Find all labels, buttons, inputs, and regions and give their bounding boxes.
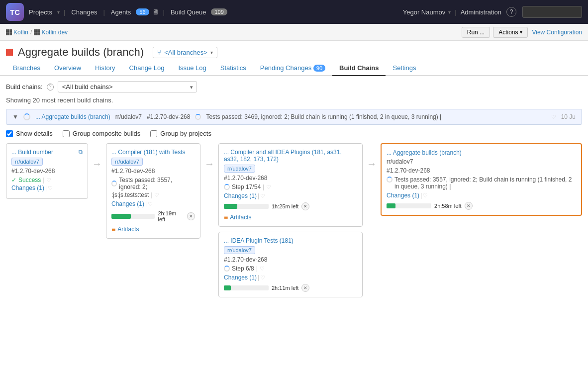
card1-changes[interactable]: Changes (1) | ♡	[11, 184, 83, 191]
card3a-title[interactable]: ... Compiler and all IDEA Plugins (181, …	[224, 149, 342, 163]
show-details-option[interactable]: Show details	[6, 130, 53, 137]
card1-heart-icon[interactable]: ♡	[46, 177, 51, 184]
card3b-heart-icon[interactable]: ♡	[260, 266, 265, 272]
card2-cancel-btn[interactable]: ✕	[187, 212, 195, 220]
card5-cancel-btn[interactable]: ✕	[465, 202, 473, 210]
tc-logo[interactable]: TC	[6, 3, 24, 21]
card5-changes-heart[interactable]: ♡	[423, 192, 428, 199]
card5-title-row: ... Aggregate builds (branch)	[387, 149, 576, 156]
card3b-progress-fill	[224, 285, 231, 290]
card3b-changes[interactable]: Changes (1) | ♡	[224, 274, 357, 281]
tab-history[interactable]: History	[88, 61, 122, 76]
card3a-changes-heart[interactable]: ♡	[260, 193, 265, 199]
card1-title[interactable]: ... Build number	[11, 149, 53, 156]
agents-nav[interactable]: Agents	[109, 6, 133, 18]
breadcrumb-kotlin[interactable]: Kotlin	[13, 29, 28, 36]
card1-changes-heart-icon[interactable]: ♡	[48, 185, 53, 191]
changes-nav[interactable]: Changes	[69, 6, 99, 18]
group-composite-checkbox[interactable]	[63, 130, 70, 137]
group-composite-option[interactable]: Group composite builds	[63, 130, 141, 137]
build-card-3b: ... IDEA Plugin Tests (181) rr/udalov7 #…	[218, 232, 363, 297]
projects-nav[interactable]: Projects	[27, 6, 54, 18]
user-chevron-icon: ▾	[448, 9, 451, 15]
card5-title[interactable]: ... Aggregate builds (branch)	[387, 149, 462, 156]
top-nav: TC Projects ▾ | Changes | Agents 56 🖥 | …	[0, 0, 588, 24]
card1-changes-label: Changes (1)	[11, 184, 44, 191]
actions-button[interactable]: Actions ▾	[493, 27, 528, 38]
card2-step-pipe-icon: |	[151, 191, 152, 198]
card2-step-heart-icon[interactable]: ♡	[154, 192, 159, 198]
tab-issuelog[interactable]: Issue Log	[171, 61, 213, 76]
card2-step: :js:js.tests:test	[111, 191, 149, 198]
group-projects-label: Group by projects	[160, 130, 211, 137]
card3a-progress-bg	[224, 204, 269, 209]
card5-changes-pipe: |	[420, 192, 422, 199]
filter-select[interactable]: <All build chains>	[58, 81, 197, 92]
build-queue-nav[interactable]: Build Queue	[169, 6, 208, 18]
view-config-link[interactable]: View Configuration	[532, 29, 582, 36]
card3a-spinner-icon	[224, 184, 230, 190]
card3b-title[interactable]: ... IDEA Plugin Tests (181)	[224, 237, 294, 244]
artifacts-stack-icon: ≡	[111, 225, 115, 233]
chain-build-num: #1.2.70-dev-268	[147, 113, 190, 120]
user-name[interactable]: Yegor Naumov	[403, 8, 446, 16]
tab-build-chains[interactable]: Build Chains	[332, 61, 386, 76]
options-row: Show details Group composite builds Grou…	[6, 130, 582, 137]
expand-arrow-icon[interactable]: ▼	[12, 113, 18, 120]
filter-row: Build chains: ? <All build chains> ▾	[6, 81, 582, 92]
card5-build-num: #1.2.70-dev-268	[387, 167, 576, 174]
card3a-changes[interactable]: Changes (1) | ♡	[224, 192, 357, 199]
card2-title[interactable]: ... Compiler (181) with Tests	[111, 149, 186, 156]
card1-branch: rr/udalov7	[11, 158, 43, 166]
card5-progress-row: 2h:58m left ✕	[387, 202, 576, 210]
tab-changelog[interactable]: Change Log	[122, 61, 172, 76]
card3b-cancel-btn[interactable]: ✕	[301, 284, 309, 292]
tab-settings[interactable]: Settings	[386, 61, 423, 76]
card5-changes[interactable]: Changes (1) | ♡	[387, 192, 576, 199]
card5-progress-text: 2h:58m left	[434, 203, 461, 209]
card3b-spinner-icon	[224, 266, 230, 272]
card3b-changes-heart[interactable]: ♡	[260, 275, 265, 281]
card3a-artifacts-row[interactable]: ≡ Artifacts	[224, 213, 357, 221]
tab-branches[interactable]: Branches	[6, 61, 47, 76]
group-projects-option[interactable]: Group by projects	[150, 130, 211, 137]
group-projects-checkbox[interactable]	[150, 130, 157, 137]
card5-progress-fill	[387, 203, 395, 208]
administration-nav[interactable]: Administration	[461, 8, 501, 16]
card2-title-row: ... Compiler (181) with Tests	[111, 149, 195, 156]
build-chain-summary-row: ▼ ... Aggregate builds (branch) rr/udalo…	[6, 109, 582, 125]
card3a-heart-icon[interactable]: ♡	[266, 184, 271, 190]
card2-artifacts-row[interactable]: ≡ Artifacts	[111, 225, 195, 233]
chain-branch: rr/udalov7	[115, 113, 142, 120]
card2-build-num: #1.2.70-dev-268	[111, 168, 195, 175]
card3b-branch: rr/udalov7	[224, 246, 255, 254]
chain-heart-icon[interactable]: ♡	[551, 114, 556, 120]
help-icon[interactable]: ?	[506, 7, 516, 17]
card3a-branch: rr/udalov7	[224, 165, 255, 173]
build-card-1: ... Build number ⧉ rr/udalov7 #1.2.70-de…	[6, 143, 88, 199]
card5-progress-bg	[387, 203, 431, 208]
card3a-step-row: Step 17/54 | ♡	[224, 184, 357, 190]
filter-help-icon[interactable]: ?	[47, 84, 54, 91]
show-details-checkbox[interactable]	[6, 130, 13, 137]
card2-changes-heart[interactable]: ♡	[148, 201, 153, 207]
card1-status-label[interactable]: Success	[18, 177, 41, 184]
card3b-changes-pipe: |	[258, 274, 259, 281]
tab-overview[interactable]: Overview	[47, 61, 88, 76]
card5-spinner-icon	[387, 177, 392, 183]
card3a-cancel-btn[interactable]: ✕	[301, 202, 309, 210]
tab-pending-changes[interactable]: Pending Changes 90	[253, 61, 332, 76]
breadcrumb-kotlin-dev[interactable]: Kotlin dev	[41, 29, 68, 36]
card2-changes[interactable]: Changes (1) | ♡	[111, 200, 195, 207]
run-button[interactable]: Run ...	[462, 27, 490, 38]
breadcrumb-sep1: /	[30, 29, 32, 36]
cards-area: ... Build number ⧉ rr/udalov7 #1.2.70-de…	[6, 143, 582, 297]
search-input[interactable]	[522, 6, 582, 18]
card3a-artifacts-label: Artifacts	[230, 214, 251, 221]
card1-open-icon[interactable]: ⧉	[79, 149, 83, 155]
chain-name[interactable]: ... Aggregate builds (branch)	[35, 113, 110, 120]
tab-statistics[interactable]: Statistics	[213, 61, 253, 76]
group-composite-label: Group composite builds	[73, 130, 141, 137]
branch-selector[interactable]: ⑂ <All branches> ▾	[153, 47, 217, 58]
card2-branch: rr/udalov7	[111, 158, 143, 166]
